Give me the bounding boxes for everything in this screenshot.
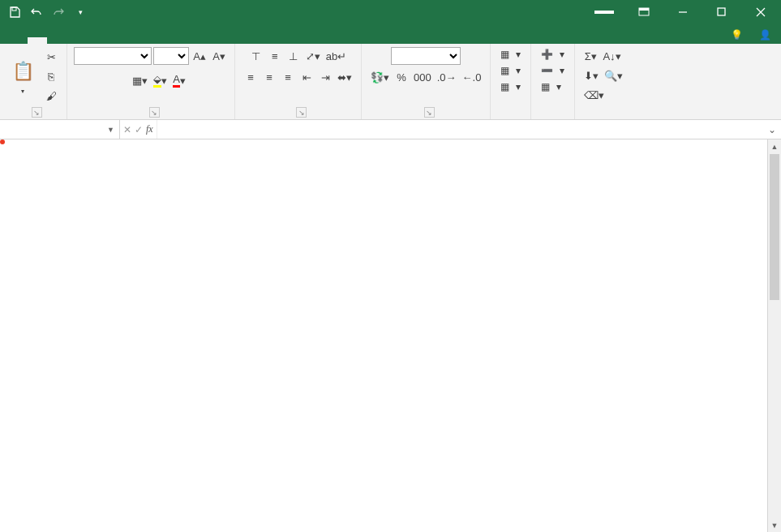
number-dialog-icon[interactable]: ↘ <box>424 107 435 118</box>
selection-highlight <box>0 139 5 144</box>
tab-data[interactable] <box>105 37 125 44</box>
formula-bar[interactable] <box>157 120 763 139</box>
alignment-dialog-icon[interactable]: ↘ <box>296 107 307 118</box>
group-clipboard: 📋 ▾ ✂ ⎘ 🖌 ↘ <box>0 44 67 119</box>
cell-styles-button[interactable]: ▦ ▾ <box>497 79 524 94</box>
share-button[interactable]: 👤 <box>753 26 781 44</box>
ribbon: 📋 ▾ ✂ ⎘ 🖌 ↘ A▴ A▾ ▦▾ <box>0 44 781 120</box>
undo-icon[interactable] <box>27 3 46 21</box>
tab-insert[interactable] <box>47 37 67 44</box>
align-bottom-icon[interactable]: ⊥ <box>285 47 303 65</box>
group-alignment: ⊤ ≡ ⊥ ⤢▾ ab↵ ≡ ≡ ≡ ⇤ ⇥ ⬌▾ ↘ <box>235 44 362 119</box>
underline-button[interactable] <box>111 71 129 89</box>
lightbulb-icon: 💡 <box>731 29 743 41</box>
increase-decimal-icon[interactable]: .0→ <box>435 68 459 86</box>
italic-button[interactable] <box>92 71 110 89</box>
find-select-icon[interactable]: 🔍▾ <box>602 66 625 84</box>
decrease-decimal-icon[interactable]: ←.0 <box>460 68 484 86</box>
save-icon[interactable] <box>5 3 24 21</box>
orientation-icon[interactable]: ⤢▾ <box>303 47 323 65</box>
font-size-combo[interactable] <box>153 47 189 65</box>
clipboard-icon: 📋 <box>10 58 36 84</box>
enter-formula-icon[interactable]: ✓ <box>135 124 143 135</box>
increase-indent-icon[interactable]: ⇥ <box>316 68 334 86</box>
paste-button[interactable]: 📋 ▾ <box>6 57 39 97</box>
accounting-icon[interactable]: 💱▾ <box>368 68 392 86</box>
shrink-font-icon[interactable]: A▾ <box>210 47 228 65</box>
tab-page-layout[interactable] <box>67 37 86 44</box>
svg-rect-4 <box>718 8 725 15</box>
ribbon-display-icon[interactable] <box>625 0 663 24</box>
grow-font-icon[interactable]: A▴ <box>191 47 208 65</box>
sort-filter-icon[interactable]: A↓▾ <box>600 47 623 65</box>
conditional-formatting-button[interactable]: ▦ ▾ <box>497 47 524 62</box>
tab-formulas[interactable] <box>86 37 105 44</box>
expand-formula-bar-icon[interactable]: ⌄ <box>763 120 781 139</box>
decrease-indent-icon[interactable]: ⇤ <box>298 68 315 86</box>
tab-home[interactable] <box>28 37 47 44</box>
cut-icon[interactable]: ✂ <box>42 48 60 66</box>
wrap-text-icon[interactable]: ab↵ <box>324 47 349 65</box>
number-format-combo[interactable] <box>391 47 461 65</box>
insert-cells-button[interactable]: ➕ ▾ <box>538 47 568 62</box>
maximize-button[interactable] <box>703 0 740 24</box>
vertical-scrollbar[interactable]: ▲ ▼ <box>767 139 781 532</box>
name-box[interactable]: ▼ <box>0 120 120 139</box>
group-cells: ➕ ▾ ➖ ▾ ▦ ▾ <box>531 44 575 119</box>
comma-icon[interactable]: 000 <box>411 68 434 86</box>
format-as-table-button[interactable]: ▦ ▾ <box>497 63 524 78</box>
worksheet[interactable] <box>0 139 767 532</box>
quick-access-toolbar: ▾ <box>0 3 90 21</box>
merge-icon[interactable]: ⬌▾ <box>335 68 354 86</box>
tab-developer[interactable] <box>164 37 183 44</box>
close-button[interactable] <box>742 0 779 24</box>
tab-view[interactable] <box>144 37 164 44</box>
group-font: A▴ A▾ ▦▾ ⬙▾ A▾ ↘ <box>67 44 235 119</box>
fill-color-icon[interactable]: ⬙▾ <box>151 71 170 89</box>
scroll-thumb[interactable] <box>770 154 779 300</box>
qat-customize-icon[interactable]: ▾ <box>71 3 90 21</box>
format-cells-button[interactable]: ▦ ▾ <box>538 79 564 94</box>
tell-me-button[interactable]: 💡 <box>724 26 753 44</box>
group-styles: ▦ ▾ ▦ ▾ ▦ ▾ <box>491 44 531 119</box>
align-top-icon[interactable]: ⊤ <box>247 47 265 65</box>
formula-bar-row: ▼ ✕ ✓ fx ⌄ <box>0 120 781 139</box>
scroll-down-icon[interactable]: ▼ <box>768 518 781 532</box>
align-right-icon[interactable]: ≡ <box>279 68 297 86</box>
tab-help[interactable] <box>183 37 203 44</box>
font-color-icon[interactable]: A▾ <box>170 71 188 89</box>
autosum-icon[interactable]: Σ▾ <box>581 47 599 65</box>
scroll-up-icon[interactable]: ▲ <box>768 139 781 153</box>
title-bar: ▾ <box>0 0 781 24</box>
sign-in-button[interactable] <box>594 11 614 14</box>
align-middle-icon[interactable]: ≡ <box>266 47 284 65</box>
borders-icon[interactable]: ▦▾ <box>130 71 150 89</box>
format-painter-icon[interactable]: 🖌 <box>42 87 60 105</box>
bold-button[interactable] <box>74 71 92 89</box>
fx-icon[interactable]: fx <box>146 123 153 135</box>
redo-icon[interactable] <box>49 3 68 21</box>
minimize-button[interactable] <box>664 0 702 24</box>
cancel-formula-icon[interactable]: ✕ <box>123 124 131 135</box>
share-icon: 👤 <box>759 29 771 41</box>
name-box-dropdown-icon[interactable]: ▼ <box>107 126 114 134</box>
clipboard-dialog-icon[interactable]: ↘ <box>32 107 42 118</box>
font-dialog-icon[interactable]: ↘ <box>149 107 160 118</box>
percent-icon[interactable]: % <box>393 68 410 86</box>
clear-icon[interactable]: ⌫▾ <box>581 86 607 104</box>
ribbon-tabs: 💡 👤 <box>0 24 781 44</box>
group-editing: Σ▾ A↓▾ ⬇▾ 🔍▾ ⌫▾ <box>575 44 632 119</box>
svg-rect-2 <box>639 8 649 11</box>
copy-icon[interactable]: ⎘ <box>42 67 60 85</box>
tab-review[interactable] <box>125 37 144 44</box>
tab-file[interactable] <box>2 37 28 44</box>
group-number: 💱▾ % 000 .0→ ←.0 ↘ <box>362 44 491 119</box>
align-left-icon[interactable]: ≡ <box>242 68 260 86</box>
delete-cells-button[interactable]: ➖ ▾ <box>538 63 568 78</box>
font-name-combo[interactable] <box>74 47 152 65</box>
align-center-icon[interactable]: ≡ <box>260 68 278 86</box>
fill-icon[interactable]: ⬇▾ <box>581 66 601 84</box>
